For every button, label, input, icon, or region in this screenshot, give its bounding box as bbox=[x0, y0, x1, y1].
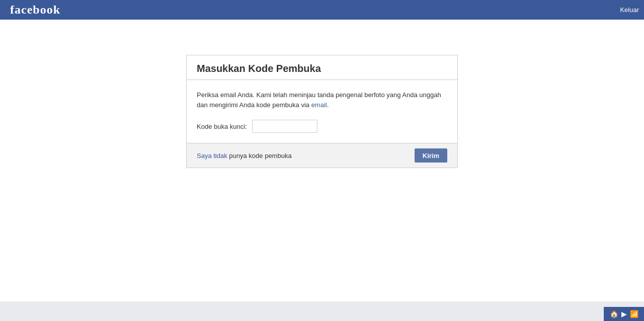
code-entry-card: Masukkan Kode Pembuka Periksa email Anda… bbox=[186, 55, 458, 168]
description-text-2: . bbox=[327, 101, 329, 109]
logout-link[interactable]: Keluar bbox=[620, 6, 639, 14]
header: facebook Keluar bbox=[0, 0, 644, 20]
card-body: Periksa email Anda. Kami telah meninjau … bbox=[187, 80, 457, 143]
card-description: Periksa email Anda. Kami telah meninjau … bbox=[197, 90, 447, 110]
taskbar-icon-3: 📶 bbox=[630, 310, 638, 318]
no-code-text: punya kode pembuka bbox=[227, 152, 292, 159]
code-input-row: Kode buka kunci: bbox=[197, 120, 447, 133]
card-header: Masukkan Kode Pembuka bbox=[187, 55, 457, 80]
email-link[interactable]: email bbox=[311, 101, 327, 109]
card-title: Masukkan Kode Pembuka bbox=[197, 63, 321, 74]
code-label: Kode buka kunci: bbox=[197, 123, 247, 130]
taskbar: 🏠 ▶ 📶 bbox=[604, 307, 644, 321]
code-input[interactable] bbox=[252, 120, 317, 133]
taskbar-icon-2: ▶ bbox=[621, 310, 627, 318]
taskbar-icon-1: 🏠 bbox=[610, 310, 618, 318]
card-footer: Saya tidak punya kode pembuka Kirim bbox=[187, 143, 457, 168]
main-content: Masukkan Kode Pembuka Periksa email Anda… bbox=[0, 20, 644, 301]
no-code-link[interactable]: Saya tidak bbox=[197, 152, 227, 159]
no-code-section: Saya tidak punya kode pembuka bbox=[197, 152, 292, 159]
facebook-logo: facebook bbox=[10, 3, 60, 17]
submit-button[interactable]: Kirim bbox=[415, 148, 447, 163]
